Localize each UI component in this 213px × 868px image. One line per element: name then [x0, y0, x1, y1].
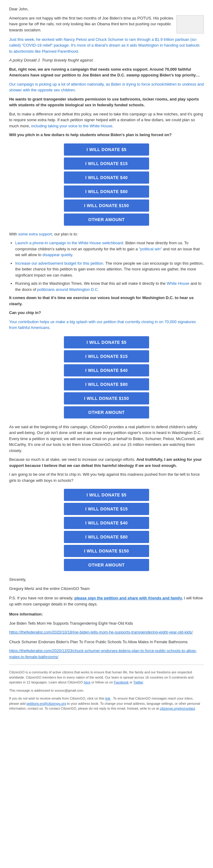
ps-paragraph: P.S. If you have not done so already, pl… — [9, 595, 204, 607]
white-house-link: including taking your voice to the White… — [31, 124, 112, 128]
footer-or2: or — [130, 680, 133, 684]
footer-email2[interactable]: citizengo.org/en/contact — [160, 707, 195, 710]
section3-bold: And truthfully, I am asking for your sup… — [9, 457, 202, 468]
plan-item-1: Launch a phone-in campaign to the White … — [15, 240, 204, 258]
donate-btn-1-80[interactable]: I WILL DONATE $80 — [64, 185, 149, 198]
link2-text: Chuck Schumer Endorses Biden's Plan To F… — [9, 639, 204, 645]
plan-list: Launch a phone-in campaign to the White … — [15, 240, 204, 292]
section3-para3: I am going to be one of the first to chi… — [9, 471, 204, 483]
section1-para4: But, to make a difference and defeat thi… — [9, 111, 204, 129]
footer-facebook-link[interactable]: Facebook — [114, 680, 129, 684]
section1-para3: He wants to grant transgender students p… — [9, 96, 204, 108]
section1-para1: But, right now, we are running a campaig… — [9, 66, 204, 78]
donate-btn-3-80[interactable]: I WILL DONATE $80 — [64, 531, 149, 543]
section1-para5: Will you pitch in a few dollars to help … — [9, 132, 204, 138]
donate-btn-1-40[interactable]: I WILL DONATE $40 — [64, 172, 149, 184]
footer-divider — [9, 664, 204, 665]
section2-bold-para: It comes down to that it's time we exerc… — [9, 295, 204, 307]
donate-section-2: I WILL DONATE $5 I WILL DONATE $15 I WIL… — [9, 336, 204, 418]
donate-btn-2-other[interactable]: OTHER AMOUNT — [64, 406, 149, 418]
donate-section-1: I WILL DONATE $5 I WILL DONATE $15 I WIL… — [9, 144, 204, 226]
intro-para3: A policy Donald J. Trump bravely fought … — [9, 57, 204, 63]
donate-btn-1-other[interactable]: OTHER AMOUNT — [64, 214, 149, 226]
ps-link[interactable]: please sign the petition and share with … — [74, 596, 183, 600]
donate-btn-2-5[interactable]: I WILL DONATE $5 — [64, 336, 149, 348]
intro-para1: Americans are not happy with the first t… — [9, 15, 204, 33]
intro-para2: Just this week, he worked with Nancy Pel… — [9, 36, 204, 55]
donate-btn-1-15[interactable]: I WILL DONATE $15 — [64, 157, 149, 169]
donate-btn-1-5[interactable]: I WILL DONATE $5 — [64, 144, 149, 156]
link2-anchor[interactable]: https://thefederalist.com/2020/12/03/chu… — [9, 648, 197, 659]
footer-unsubscribe: If you do not wish to receive emails fro… — [9, 696, 204, 711]
footer-here-link[interactable]: here — [84, 680, 91, 684]
footer-or1: or follow us on — [91, 680, 113, 684]
link1-url: https://thefederalist.com/2020/10/18/joe… — [9, 629, 204, 635]
header-image — [176, 15, 204, 33]
section2-blue-para: Your contribution helps us make a big sp… — [9, 319, 204, 331]
donate-btn-3-15[interactable]: I WILL DONATE $15 — [64, 503, 149, 515]
greeting: Dear John, — [9, 6, 204, 12]
unsubscribe-prefix: If you do not wish to receive emails fro… — [9, 696, 104, 700]
footer-disclaimer: CitizenGO is a community of active citiz… — [9, 670, 204, 685]
donate-btn-2-40[interactable]: I WILL DONATE $40 — [64, 364, 149, 376]
sincerely: Sincerely, — [9, 577, 204, 583]
link2-url: https://thefederalist.com/2020/12/03/chu… — [9, 648, 204, 660]
donate-btn-3-5[interactable]: I WILL DONATE $5 — [64, 489, 149, 501]
donate-section-3: I WILL DONATE $5 I WILL DONATE $15 I WIL… — [9, 489, 204, 571]
donate-btn-1-150[interactable]: I WILL DONATE $150 — [64, 199, 149, 212]
donate-btn-2-80[interactable]: I WILL DONATE $80 — [64, 378, 149, 391]
section2-intro: With some extra support, our plan is to: — [9, 231, 204, 237]
plan-item-2: Increase our advertisement budget for th… — [15, 260, 204, 278]
footer-addressed: This message is addressed to xxxxxx@gmai… — [9, 688, 204, 693]
donate-btn-3-40[interactable]: I WILL DONATE $40 — [64, 517, 149, 529]
section3-para1: As we said at the beginning of this camp… — [9, 424, 204, 454]
plan-item-3: Running ads in the Washington Times. We … — [15, 280, 204, 292]
closing-name: Gregory Mertz and the entire CitizenGO T… — [9, 586, 204, 592]
more-info-heading: More information: — [9, 611, 204, 617]
link1-anchor[interactable]: https://thefederalist.com/2020/10/18/joe… — [9, 630, 192, 634]
section1-bold1: But, right now, we are running a campaig… — [9, 67, 200, 78]
section1-para2: Our campaign is picking up a lot of atte… — [9, 81, 204, 93]
donate-btn-3-150[interactable]: I WILL DONATE $150 — [64, 545, 149, 557]
link1-text: Joe Biden Tells Mom He Supports Transgen… — [9, 620, 204, 626]
donate-btn-2-15[interactable]: I WILL DONATE $15 — [64, 350, 149, 363]
ps-prefix: P.S. If you have not done so already, — [9, 596, 73, 600]
footer-email1[interactable]: petitions-en@citizengo.org — [27, 702, 66, 705]
footer-twitter-link[interactable]: Twitter — [133, 680, 143, 684]
unsubscribe-link[interactable]: link — [105, 696, 110, 700]
section3-para2: Because so much is at stake, we need to … — [9, 457, 204, 468]
section2-question: Can you chip in? — [9, 310, 204, 316]
donate-btn-3-other[interactable]: OTHER AMOUNT — [64, 559, 149, 571]
donate-btn-2-150[interactable]: I WILL DONATE $150 — [64, 392, 149, 404]
